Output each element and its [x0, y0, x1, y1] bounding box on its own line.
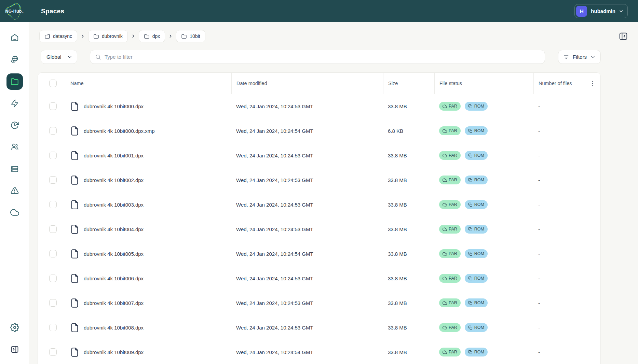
cloud-badge-icon [443, 252, 447, 256]
table-row[interactable]: dubrovnik 4k 10bit004.dpx Wed, 24 Jan 20… [38, 217, 600, 241]
file-size: 33.8 MB [383, 315, 434, 340]
date-modified: Wed, 24 Jan 2024, 10:24:53 GMT [231, 315, 383, 340]
breadcrumb-item-10bit[interactable]: 10bit [176, 30, 205, 42]
name-cell: dubrovnik 4k 10bit008.dpx [38, 315, 231, 340]
row-spacer [584, 118, 601, 143]
page-title: Spaces [41, 8, 64, 15]
copy-icon [468, 276, 473, 281]
globe-search-icon [10, 55, 19, 64]
table-row[interactable]: dubrovnik 4k 10bit009.dpx Wed, 24 Jan 20… [38, 340, 600, 364]
name-cell: dubrovnik 4k 10bit000.dpx [38, 94, 231, 118]
row-checkbox[interactable] [49, 152, 57, 159]
row-checkbox[interactable] [49, 275, 57, 282]
sidebar-item-home[interactable] [6, 29, 23, 46]
status-badge-par: PAR [439, 298, 461, 307]
file-name: dubrovnik 4k 10bit001.dpx [84, 153, 144, 158]
table-options-button[interactable] [584, 73, 601, 94]
date-modified: Wed, 24 Jan 2024, 10:24:54 GMT [231, 118, 383, 143]
date-modified: Wed, 24 Jan 2024, 10:24:53 GMT [231, 143, 383, 168]
name-cell: dubrovnik 4k 10bit000.dpx.xmp [38, 118, 231, 143]
number-of-files: - [533, 340, 584, 364]
main-content: datasyncdubrovnikdpx10bit Global Filters… [29, 22, 638, 364]
sidebar-item-storage[interactable] [6, 161, 23, 177]
date-modified: Wed, 24 Jan 2024, 10:24:53 GMT [231, 192, 383, 217]
row-checkbox[interactable] [49, 127, 57, 135]
row-checkbox[interactable] [49, 102, 57, 110]
row-checkbox[interactable] [49, 299, 57, 307]
sidebar-item-actions[interactable] [6, 95, 23, 112]
row-checkbox[interactable] [49, 348, 57, 356]
row-checkbox[interactable] [49, 176, 57, 184]
clock-history-icon [10, 121, 19, 130]
file-name: dubrovnik 4k 10bit009.dpx [84, 349, 144, 355]
right-panel-toggle-button[interactable] [617, 30, 629, 42]
breadcrumb-label: 10bit [190, 33, 200, 39]
cloud-badge-icon [443, 153, 447, 158]
sidebar-item-users[interactable] [6, 139, 23, 155]
sidebar-item-discover[interactable] [6, 51, 23, 68]
file-name: dubrovnik 4k 10bit007.dpx [84, 300, 144, 306]
file-size: 33.8 MB [383, 192, 434, 217]
status-badge-par: PAR [439, 151, 461, 160]
table-row[interactable]: dubrovnik 4k 10bit000.dpx.xmp Wed, 24 Ja… [38, 118, 600, 143]
copy-icon [468, 252, 473, 256]
cloud-badge-icon [443, 129, 447, 133]
file-name: dubrovnik 4k 10bit000.dpx [84, 103, 144, 109]
filters-button[interactable]: Filters [558, 50, 601, 64]
cloud-badge-icon [443, 104, 447, 109]
sidebar-item-alerts[interactable] [6, 182, 23, 199]
scope-dropdown[interactable]: Global [41, 50, 77, 64]
row-checkbox[interactable] [49, 201, 57, 208]
number-of-files: - [533, 192, 584, 217]
sidebar-item-spaces[interactable] [6, 73, 23, 90]
status-badge-par: PAR [439, 225, 461, 234]
name-cell: dubrovnik 4k 10bit004.dpx [38, 217, 231, 241]
users-icon [10, 142, 19, 151]
status-badge-rom: ROM [465, 298, 488, 307]
panel-right-icon [619, 32, 628, 41]
row-checkbox[interactable] [49, 324, 57, 331]
table-row[interactable]: dubrovnik 4k 10bit002.dpx Wed, 24 Jan 20… [38, 168, 600, 192]
cloud-badge-icon [443, 350, 447, 354]
cloud-badge-icon [443, 301, 447, 305]
sidebar-item-expand-panel[interactable] [6, 341, 23, 358]
breadcrumb-separator [168, 34, 173, 39]
status-badge-rom: ROM [465, 151, 488, 160]
row-checkbox[interactable] [49, 225, 57, 233]
sidebar-item-settings[interactable] [6, 319, 23, 336]
chevron-right-icon [80, 34, 85, 39]
cloud-badge-icon [443, 178, 447, 182]
breadcrumb-item-dubrovnik[interactable]: dubrovnik [88, 30, 128, 42]
sidebar-item-history[interactable] [6, 117, 23, 134]
search-input[interactable] [105, 54, 540, 60]
table-row[interactable]: dubrovnik 4k 10bit007.dpx Wed, 24 Jan 20… [38, 291, 600, 315]
table-row[interactable]: dubrovnik 4k 10bit000.dpx Wed, 24 Jan 20… [38, 94, 600, 118]
table-row[interactable]: dubrovnik 4k 10bit003.dpx Wed, 24 Jan 20… [38, 192, 600, 217]
sidebar-item-cloud[interactable] [6, 204, 23, 221]
file-size: 33.8 MB [383, 241, 434, 266]
file-size: 33.8 MB [383, 291, 434, 315]
table-row[interactable]: dubrovnik 4k 10bit008.dpx Wed, 24 Jan 20… [38, 315, 600, 340]
folder-icon [10, 77, 19, 86]
logo-text: NG-Hub™ [5, 9, 24, 14]
chevron-down-icon [67, 54, 72, 60]
row-checkbox[interactable] [49, 250, 57, 257]
breadcrumb-item-dpx[interactable]: dpx [139, 30, 165, 42]
number-of-files: - [533, 217, 584, 241]
table-row[interactable]: dubrovnik 4k 10bit001.dpx Wed, 24 Jan 20… [38, 143, 600, 168]
file-status: PARROM [434, 217, 533, 241]
row-spacer [584, 143, 601, 168]
table-row[interactable]: dubrovnik 4k 10bit005.dpx Wed, 24 Jan 20… [38, 241, 600, 266]
row-spacer [584, 192, 601, 217]
app-logo[interactable]: NG-Hub™ [0, 0, 29, 22]
user-menu-button[interactable]: H hubadmin [574, 4, 628, 18]
status-badge-rom: ROM [465, 176, 488, 184]
filter-bar: Global Filters [41, 50, 601, 64]
breadcrumb-item-datasync[interactable]: datasync [39, 30, 77, 42]
select-all-checkbox[interactable] [49, 80, 57, 87]
status-badge-rom: ROM [465, 323, 488, 332]
file-status: PARROM [434, 143, 533, 168]
status-badge-par: PAR [439, 323, 461, 332]
table-row[interactable]: dubrovnik 4k 10bit006.dpx Wed, 24 Jan 20… [38, 266, 600, 291]
number-of-files: - [533, 143, 584, 168]
